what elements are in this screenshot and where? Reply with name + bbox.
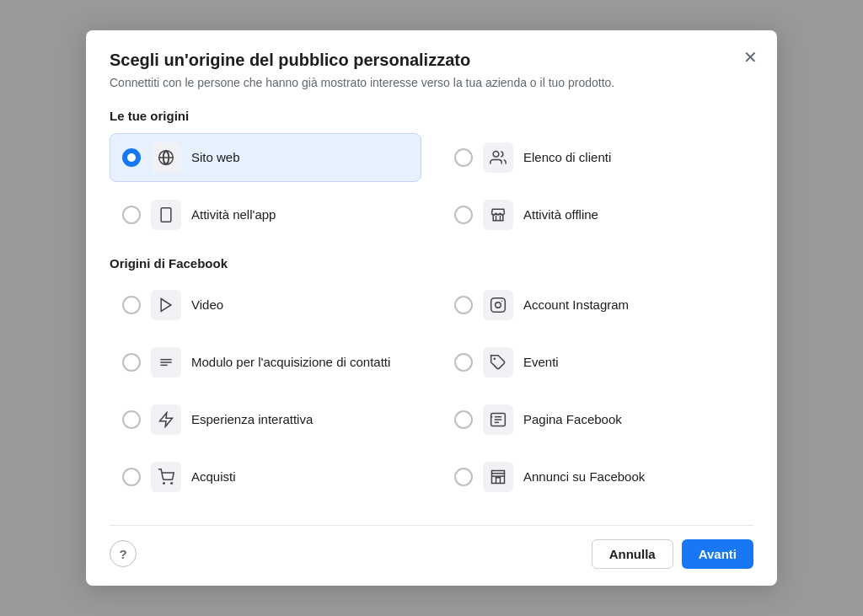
play-icon-box bbox=[151, 290, 181, 320]
svg-point-23 bbox=[171, 482, 173, 484]
svg-rect-4 bbox=[161, 207, 171, 222]
lightning-icon bbox=[158, 411, 174, 428]
radio-video bbox=[122, 296, 141, 314]
tag-icon-box bbox=[483, 347, 513, 378]
option-sito-web-label: Sito web bbox=[191, 150, 240, 164]
origini-facebook-grid: Video Account Instagram bbox=[110, 281, 753, 501]
radio-account-instagram bbox=[454, 296, 473, 314]
option-acquisti[interactable]: Acquisti bbox=[110, 453, 421, 501]
svg-point-15 bbox=[494, 357, 496, 360]
store-icon bbox=[490, 206, 507, 223]
dialog-title: Scegli un'origine del pubblico personali… bbox=[110, 51, 753, 70]
option-attivita-offline-label: Attività offline bbox=[523, 207, 598, 222]
option-pagina-facebook[interactable]: Pagina Facebook bbox=[442, 395, 753, 444]
option-modulo-acquisizione[interactable]: Modulo per l'acquisizione di contatti bbox=[110, 338, 421, 387]
radio-pagina-facebook bbox=[454, 410, 473, 429]
option-eventi[interactable]: Eventi bbox=[442, 338, 753, 387]
option-attivita-app-label: Attività nell'app bbox=[191, 207, 276, 222]
help-button[interactable]: ? bbox=[110, 540, 137, 567]
footer-actions: Annulla Avanti bbox=[592, 539, 753, 569]
shop-icon-box bbox=[483, 462, 513, 492]
dialog-subtitle: Connettiti con le persone che hanno già … bbox=[110, 75, 753, 92]
radio-inner-sito-web bbox=[127, 153, 136, 162]
section-title-origini-facebook: Origini di Facebook bbox=[110, 256, 753, 271]
radio-acquisti bbox=[122, 468, 141, 486]
svg-marker-8 bbox=[161, 298, 171, 311]
mobile-icon-box bbox=[151, 200, 181, 230]
radio-eventi bbox=[454, 353, 473, 372]
option-elenco-clienti-label: Elenco di clienti bbox=[523, 150, 611, 164]
option-modulo-label: Modulo per l'acquisizione di contatti bbox=[191, 355, 390, 369]
lightning-icon-box bbox=[151, 404, 181, 435]
play-icon bbox=[158, 297, 174, 313]
radio-attivita-offline bbox=[454, 206, 473, 224]
option-esperienza-interattiva[interactable]: Esperienza interattiva bbox=[110, 395, 421, 444]
shop-icon bbox=[490, 469, 507, 485]
radio-esperienza-interattiva bbox=[122, 410, 141, 429]
close-button[interactable]: ✕ bbox=[737, 44, 764, 71]
cart-icon bbox=[158, 469, 174, 485]
custom-audience-dialog: Scegli un'origine del pubblico personali… bbox=[86, 30, 777, 586]
newspaper-icon bbox=[490, 411, 507, 428]
next-button[interactable]: Avanti bbox=[682, 539, 753, 569]
radio-elenco-clienti bbox=[454, 148, 473, 167]
option-sito-web[interactable]: Sito web bbox=[110, 133, 421, 182]
tue-origini-grid: Sito web Elenco di clienti bbox=[110, 133, 753, 239]
users-icon-box bbox=[483, 142, 513, 173]
store-icon-box bbox=[483, 200, 513, 230]
dialog-header: Scegli un'origine del pubblico personali… bbox=[110, 51, 753, 92]
globe-icon bbox=[158, 149, 174, 166]
cancel-button[interactable]: Annulla bbox=[592, 539, 673, 569]
tag-icon bbox=[490, 354, 507, 371]
newspaper-icon-box bbox=[483, 404, 513, 435]
mobile-icon bbox=[158, 206, 174, 223]
option-video-label: Video bbox=[191, 297, 223, 312]
cart-icon-box bbox=[151, 462, 181, 492]
option-attivita-offline[interactable]: Attività offline bbox=[442, 190, 753, 239]
radio-sito-web bbox=[122, 148, 141, 167]
option-elenco-clienti[interactable]: Elenco di clienti bbox=[442, 133, 753, 182]
option-account-instagram[interactable]: Account Instagram bbox=[442, 281, 753, 329]
svg-marker-16 bbox=[160, 412, 173, 426]
option-annunci-facebook[interactable]: Annunci su Facebook bbox=[442, 453, 753, 501]
svg-point-3 bbox=[493, 151, 499, 157]
instagram-icon bbox=[490, 297, 507, 313]
option-account-instagram-label: Account Instagram bbox=[523, 297, 629, 312]
dialog-footer: ? Annulla Avanti bbox=[110, 525, 753, 569]
svg-point-10 bbox=[496, 302, 501, 308]
option-attivita-app[interactable]: Attività nell'app bbox=[110, 190, 421, 239]
instagram-icon-box bbox=[483, 290, 513, 320]
radio-attivita-app bbox=[122, 206, 141, 224]
radio-modulo-acquisizione bbox=[122, 353, 141, 372]
lines-icon-box bbox=[151, 347, 181, 378]
svg-rect-9 bbox=[491, 297, 506, 312]
option-esperienza-label: Esperienza interattiva bbox=[191, 412, 313, 426]
section-title-tue-origini: Le tue origini bbox=[110, 109, 753, 123]
option-pagina-facebook-label: Pagina Facebook bbox=[523, 412, 622, 426]
option-annunci-label: Annunci su Facebook bbox=[523, 469, 645, 484]
lines-icon bbox=[158, 354, 174, 371]
globe-icon-box bbox=[151, 142, 181, 173]
option-video[interactable]: Video bbox=[110, 281, 421, 329]
svg-point-22 bbox=[163, 482, 165, 484]
option-eventi-label: Eventi bbox=[523, 355, 559, 369]
option-acquisti-label: Acquisti bbox=[191, 469, 236, 484]
svg-point-11 bbox=[501, 301, 502, 302]
radio-annunci-facebook bbox=[454, 468, 473, 486]
users-icon bbox=[490, 149, 507, 166]
